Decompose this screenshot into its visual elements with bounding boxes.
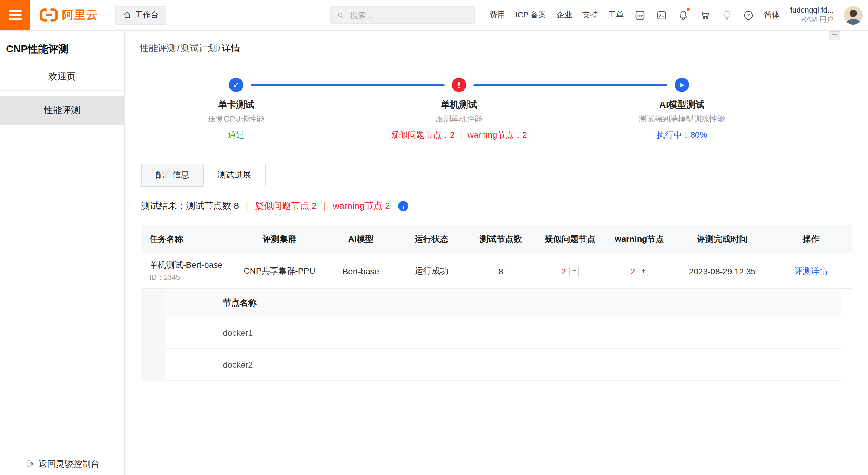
user-account[interactable]: fudongqi.fd... RAM 用户	[790, 6, 834, 24]
breadcrumb-detail: 详情	[222, 43, 240, 53]
expand-gutter	[141, 289, 166, 381]
collapsed-panel-icon[interactable]	[829, 31, 840, 40]
breadcrumb-separator: /	[218, 43, 220, 53]
console-page: 阿里云 工作台 费用 ICP 备案 企业 支持 工单 APP	[0, 0, 868, 475]
svg-text:APP: APP	[637, 13, 643, 17]
info-icon[interactable]: i	[399, 201, 409, 211]
step-description: 压测GPU卡性能	[125, 114, 347, 125]
table-row: 单机测试-Bert-base ID：2345 CNP共享集群-PPU Bert-…	[141, 254, 852, 289]
summary-problem-nodes: 疑似问题节点 2	[255, 200, 316, 212]
exit-icon	[25, 459, 34, 469]
step-description: 测试端到端模型训练性能	[570, 114, 793, 125]
cluster-cell: CNP共享集群-PPU	[234, 266, 325, 276]
lightbulb-icon[interactable]	[721, 9, 732, 21]
task-id: ID：2345	[149, 272, 234, 282]
header-actions: 操作	[770, 234, 852, 245]
header-warning-nodes: warning节点	[605, 234, 674, 245]
header-node-count: 测试节点数	[466, 234, 535, 245]
sidebar: CNP性能评测 欢迎页 性能评测 返回灵骏控制台	[0, 30, 125, 475]
step-error-icon: !	[452, 78, 466, 92]
step-status: 通过	[125, 130, 347, 141]
back-to-console-link[interactable]: 返回灵骏控制台	[0, 452, 124, 475]
status-cell: 运行成功	[397, 266, 466, 276]
step-running-icon: ▶	[675, 78, 689, 92]
step-description: 压测单机性能	[347, 114, 570, 125]
tab-test-progress[interactable]: 测试进展	[203, 164, 266, 186]
summary-separator: ｜	[320, 200, 329, 212]
sidebar-item-welcome[interactable]: 欢迎页	[0, 63, 124, 91]
task-name-cell: 单机测试-Bert-base ID：2345	[141, 260, 234, 282]
sidebar-title: CNP性能评测	[0, 30, 124, 56]
tab-config-info[interactable]: 配置信息	[141, 164, 204, 186]
expand-button[interactable]: +	[639, 266, 648, 276]
app-icon[interactable]: APP	[634, 9, 645, 21]
search-input[interactable]	[349, 10, 468, 20]
step-ai-model-test: ▶ AI模型测试 测试端到端模型训练性能 执行中：80%	[570, 78, 793, 141]
step-status: 疑似问题节点：2 ｜ warning节点：2	[347, 130, 570, 141]
menu-item-billing[interactable]: 费用	[489, 10, 505, 21]
language-switcher[interactable]: 简体	[764, 10, 780, 21]
cart-icon[interactable]	[699, 9, 711, 21]
workbench-button[interactable]: 工作台	[115, 6, 166, 24]
node-row-docker1: docker1	[166, 317, 841, 349]
header-ai-model: AI模型	[325, 234, 397, 245]
menu-item-support[interactable]: 支持	[582, 10, 598, 21]
task-name: 单机测试-Bert-base	[149, 260, 234, 270]
cloudshell-icon[interactable]	[656, 9, 667, 21]
sidebar-menu: 欢迎页 性能评测	[0, 63, 124, 125]
header-finish-time: 评测完成时间	[674, 234, 770, 245]
node-name-header: 节点名称	[166, 289, 841, 317]
section-divider	[125, 151, 868, 152]
stepper-connector	[251, 84, 444, 86]
header-run-status: 运行状态	[397, 234, 466, 245]
notification-bell-icon[interactable]	[677, 9, 689, 21]
breadcrumb-performance-test[interactable]: 性能评测	[140, 43, 176, 53]
hamburger-menu-button[interactable]	[0, 0, 30, 30]
summary-separator: ｜	[243, 200, 251, 212]
collapse-button[interactable]: −	[569, 266, 579, 276]
detail-tabs: 配置信息 测试进展	[141, 164, 868, 186]
step-title: AI模型测试	[570, 99, 793, 111]
table-header-row: 任务名称 评测集群 AI模型 运行状态 测试节点数 疑似问题节点 warning…	[141, 225, 852, 254]
avatar[interactable]	[844, 6, 863, 24]
model-cell: Bert-base	[325, 266, 397, 276]
topbar-menu: 费用 ICP 备案 企业 支持 工单 APP	[489, 0, 868, 30]
menu-item-icp[interactable]: ICP 备案	[515, 10, 546, 21]
logo-text: 阿里云	[62, 7, 98, 23]
step-title: 单机测试	[347, 99, 570, 111]
help-icon[interactable]: ?	[742, 9, 754, 21]
node-sub-table: 节点名称 docker1 docker2	[166, 289, 841, 381]
home-icon	[123, 11, 131, 19]
finish-time-cell: 2023-08-29 12:35	[674, 266, 770, 276]
alibaba-cloud-logo[interactable]: 阿里云	[39, 7, 98, 23]
test-task-table: 任务名称 评测集群 AI模型 运行状态 测试节点数 疑似问题节点 warning…	[141, 225, 852, 381]
evaluation-detail-link[interactable]: 评测详情	[770, 266, 852, 276]
main-content: 性能评测/测试计划/详情 ✓ 单卡测试 压测GPU卡性能 通过 ! 单机测试 压…	[125, 30, 868, 475]
step-status: 执行中：80%	[570, 130, 793, 141]
node-row-docker2: docker2	[166, 349, 841, 381]
step-single-card-test: ✓ 单卡测试 压测GPU卡性能 通过	[125, 78, 347, 141]
header-problem-nodes: 疑似问题节点	[535, 234, 605, 245]
menu-item-tickets[interactable]: 工单	[608, 10, 624, 21]
breadcrumb: 性能评测/测试计划/详情	[125, 30, 868, 54]
back-to-console-label: 返回灵骏控制台	[38, 458, 100, 470]
summary-warning-nodes: warning节点 2	[333, 200, 390, 212]
expanded-node-list: 节点名称 docker1 docker2	[141, 289, 852, 381]
svg-text:?: ?	[747, 12, 750, 18]
step-single-machine-test: ! 单机测试 压测单机性能 疑似问题节点：2 ｜ warning节点：2	[347, 78, 570, 141]
test-result-summary: 测试结果： 测试节点数 8 ｜ 疑似问题节点 2 ｜ warning节点 2 i	[141, 200, 868, 212]
notification-dot	[686, 7, 689, 10]
alibaba-cloud-logo-icon	[39, 8, 58, 22]
step-title: 单卡测试	[125, 99, 347, 111]
warning-nodes-cell: 2 +	[605, 266, 674, 276]
search-box	[330, 6, 475, 24]
problem-nodes-cell: 2 −	[535, 266, 605, 276]
menu-item-enterprise[interactable]: 企业	[556, 10, 572, 21]
sidebar-item-performance-test[interactable]: 性能评测	[0, 96, 124, 125]
node-count-cell: 8	[466, 266, 535, 276]
problem-count: 2	[561, 266, 566, 276]
breadcrumb-test-plan[interactable]: 测试计划	[181, 43, 217, 53]
stepper-connector	[473, 84, 668, 86]
step-done-icon: ✓	[229, 78, 243, 92]
test-plan-stepper: ✓ 单卡测试 压测GPU卡性能 通过 ! 单机测试 压测单机性能 疑似问题节点：…	[125, 78, 793, 141]
